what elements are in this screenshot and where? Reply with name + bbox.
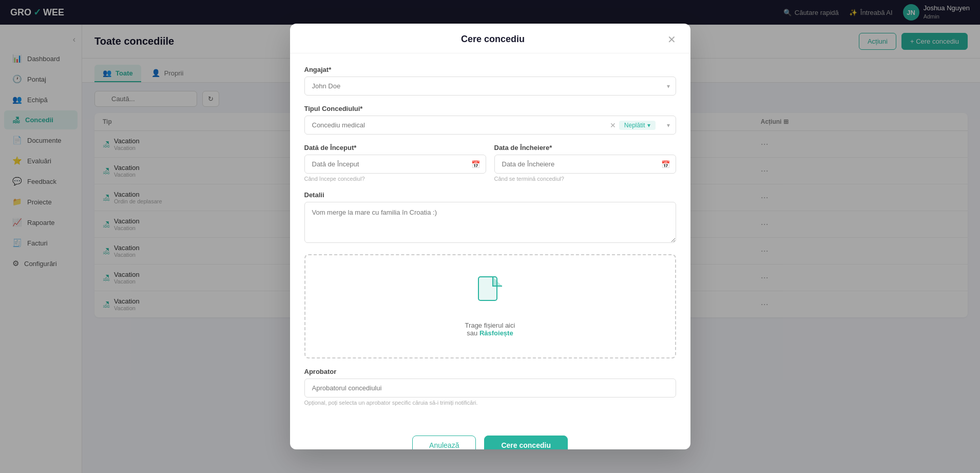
- tip-concediu-label: Tipul Concediului*: [304, 105, 676, 112]
- aprobator-hint: Opțional, poți selecta un aprobator spec…: [304, 400, 676, 406]
- angajat-field-group: Angajat* ▾: [304, 66, 676, 96]
- tip-concediu-field-group: Tipul Concediului* ✕ Neplătit ▾ ▾: [304, 105, 676, 135]
- aprobator-input[interactable]: [304, 379, 676, 398]
- upload-browse-link[interactable]: Răsfoiește: [479, 329, 513, 337]
- tip-tag-text: Neplătit: [624, 122, 645, 129]
- modal-header: Cere concediu ✕: [290, 24, 690, 53]
- data-inceput-wrap: 📅: [304, 155, 486, 174]
- upload-text: Trage fișierul aici sau Răsfoiește: [316, 321, 665, 337]
- angajat-label: Angajat*: [304, 66, 676, 73]
- tip-tag-label: Neplătit ▾: [619, 121, 656, 130]
- modal-close-button[interactable]: ✕: [667, 34, 676, 45]
- detalii-label: Detalii: [304, 191, 676, 199]
- tip-concediu-chevron-icon: ▾: [667, 122, 670, 129]
- detalii-group: Detalii: [304, 191, 676, 245]
- detalii-textarea[interactable]: [304, 202, 676, 243]
- modal-body: Angajat* ▾ Tipul Concediului* ✕ Neplătit…: [290, 53, 690, 427]
- cancel-button[interactable]: Anulează: [412, 436, 476, 449]
- data-sfarsit-input[interactable]: [494, 155, 676, 174]
- angajat-select-wrap: ▾: [304, 77, 676, 96]
- upload-area[interactable]: Trage fișierul aici sau Răsfoiește: [304, 254, 676, 358]
- data-inceput-label: Dată de Început*: [304, 144, 486, 152]
- upload-or-text: sau: [467, 329, 479, 337]
- angajat-input[interactable]: [304, 77, 676, 96]
- submit-button[interactable]: Cere concediu: [484, 436, 567, 449]
- tip-concediu-wrap: ✕ Neplătit ▾ ▾: [304, 116, 676, 135]
- data-sfarsit-hint: Când se termină concediul?: [494, 176, 676, 182]
- tip-tag: ✕ Neplătit ▾: [610, 121, 656, 130]
- data-sfarsit-group: Data de Încheiere* 📅 Când se termină con…: [494, 144, 676, 182]
- data-sfarsit-label: Data de Încheiere*: [494, 144, 676, 152]
- data-inceput-hint: Când începe concediul?: [304, 176, 486, 182]
- calendar-end-icon[interactable]: 📅: [661, 160, 670, 168]
- file-upload-icon: [316, 276, 665, 316]
- modal-footer: Anulează Cere concediu: [290, 427, 690, 449]
- upload-drag-text: Trage fișierul aici: [465, 321, 515, 329]
- calendar-start-icon[interactable]: 📅: [471, 160, 480, 168]
- data-inceput-input[interactable]: [304, 155, 486, 174]
- modal-cere-concediu: Cere concediu ✕ Angajat* ▾ Tipul Concedi…: [290, 24, 690, 449]
- aprobator-group: Aprobator Opțional, poți selecta un apro…: [304, 368, 676, 406]
- data-inceput-group: Dată de Început* 📅 Când începe concediul…: [304, 144, 486, 182]
- aprobator-label: Aprobator: [304, 368, 676, 375]
- modal-overlay: Cere concediu ✕ Angajat* ▾ Tipul Concedi…: [0, 0, 980, 473]
- tip-tag-chevron-icon: ▾: [647, 122, 650, 129]
- modal-title: Cere concediu: [319, 34, 667, 45]
- tip-tag-close-icon[interactable]: ✕: [610, 121, 616, 129]
- data-sfarsit-wrap: 📅: [494, 155, 676, 174]
- date-row: Dată de Început* 📅 Când începe concediul…: [304, 144, 676, 191]
